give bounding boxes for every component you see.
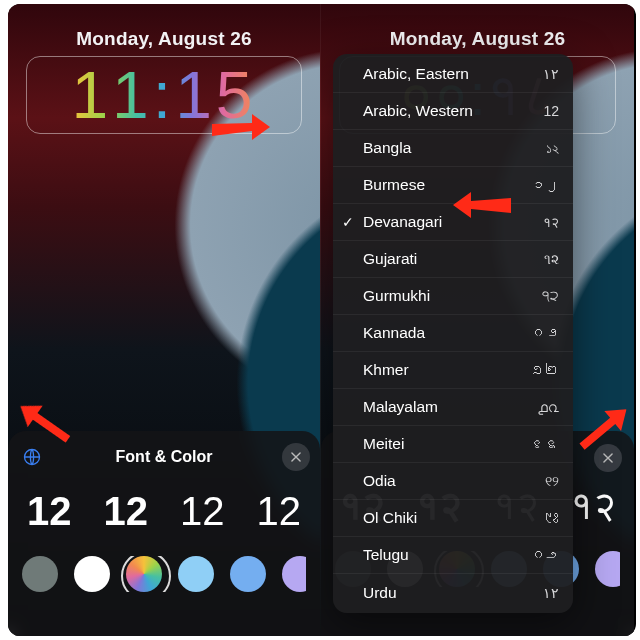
numeral-script-menu[interactable]: Arabic, Eastern١٢Arabic, Western12Bangla… (333, 54, 573, 613)
numeral-sample: ୧୨ (545, 473, 559, 490)
color-swatch[interactable] (595, 551, 620, 587)
numeral-sample: 12 (543, 103, 559, 119)
numeral-option[interactable]: Telugu౧౨ (333, 537, 573, 574)
numeral-sample: ١٢ (543, 66, 559, 82)
numeral-option[interactable]: Malayalam൧൨ (333, 389, 573, 426)
checkmark-icon: ✓ (342, 214, 354, 230)
numeral-option-label: Odia (363, 472, 396, 490)
numeral-option-label: Gujarati (363, 250, 417, 268)
font-style-row[interactable]: 12121212 (22, 489, 306, 534)
date-label[interactable]: Monday, August 26 (8, 28, 320, 50)
numeral-option[interactable]: Khmer១២ (333, 352, 573, 389)
numeral-option-label: Ol Chiki (363, 509, 417, 527)
close-icon[interactable] (594, 444, 622, 472)
color-swatch[interactable] (126, 556, 162, 592)
numeral-option[interactable]: Meitei꯱꯲ (333, 426, 573, 463)
color-swatch[interactable] (282, 556, 306, 592)
numeral-sample: ൧൨ (538, 399, 559, 416)
numeral-option-label: Khmer (363, 361, 409, 379)
numeral-option-label: Burmese (363, 176, 425, 194)
font-style-option[interactable]: 12 (252, 489, 307, 534)
font-color-sheet: Font & Color 12121212 (8, 431, 320, 636)
numeral-sample: ১২ (546, 140, 559, 157)
numeral-option-label: Gurmukhi (363, 287, 430, 305)
numeral-sample: ၁၂ (531, 177, 559, 193)
font-style-option[interactable]: १२ (565, 483, 620, 529)
globe-icon[interactable] (18, 443, 46, 471)
color-swatch[interactable] (22, 556, 58, 592)
numeral-sample: ౧౨ (532, 547, 559, 563)
numeral-option[interactable]: Gurmukhi੧੨ (333, 278, 573, 315)
font-style-option[interactable]: 12 (99, 489, 154, 534)
close-icon[interactable] (282, 443, 310, 471)
numeral-option-label: Telugu (363, 546, 409, 564)
font-style-option[interactable]: 12 (175, 489, 230, 534)
sheet-header: Font & Color (22, 441, 306, 473)
numeral-option-label: Meitei (363, 435, 404, 453)
screenshot-stage: Monday, August 26 11:15 Font & Color 121… (8, 4, 636, 636)
numeral-sample: ۱۲ (543, 585, 559, 601)
numeral-sample: १२ (543, 214, 559, 231)
lockscreen-editor-right: Monday, August 26 ००:१८ १२१२१२१२ Arabic,… (321, 4, 634, 636)
numeral-option[interactable]: Bangla১২ (333, 130, 573, 167)
numeral-option-label: Kannada (363, 324, 425, 342)
numeral-option[interactable]: Gujarati૧૨ (333, 241, 573, 278)
numeral-sample: ꯱꯲ (531, 436, 559, 452)
numeral-option-label: Urdu (363, 584, 397, 602)
numeral-sample: ᱑᱒ (545, 510, 559, 526)
clock-widget-frame[interactable]: 11:15 (26, 56, 302, 134)
numeral-sample: ១២ (531, 362, 559, 378)
date-label[interactable]: Monday, August 26 (321, 28, 634, 50)
numeral-option[interactable]: ✓Devanagari१२ (333, 204, 573, 241)
numeral-option[interactable]: Burmese၁၂ (333, 167, 573, 204)
numeral-option-label: Arabic, Western (363, 102, 473, 120)
numeral-option[interactable]: Arabic, Eastern١٢ (333, 56, 573, 93)
numeral-option[interactable]: Urdu۱۲ (333, 574, 573, 611)
numeral-sample: ૧૨ (544, 251, 559, 268)
font-style-option[interactable]: 12 (22, 489, 77, 534)
color-swatch-row[interactable] (22, 556, 306, 592)
numeral-option[interactable]: Arabic, Western12 (333, 93, 573, 130)
numeral-sample: ੧੨ (542, 288, 559, 305)
numeral-option-label: Malayalam (363, 398, 438, 416)
numeral-option[interactable]: Ol Chiki᱑᱒ (333, 500, 573, 537)
clock-time: 11:15 (71, 62, 256, 128)
color-swatch[interactable] (230, 556, 266, 592)
color-swatch[interactable] (74, 556, 110, 592)
numeral-option[interactable]: Kannada೧೨ (333, 315, 573, 352)
numeral-option[interactable]: Odia୧୨ (333, 463, 573, 500)
numeral-sample: ೧೨ (532, 325, 559, 341)
numeral-option-label: Bangla (363, 139, 411, 157)
color-swatch[interactable] (178, 556, 214, 592)
numeral-option-label: Devanagari (363, 213, 442, 231)
sheet-title: Font & Color (116, 448, 213, 466)
lockscreen-editor-left: Monday, August 26 11:15 Font & Color 121… (8, 4, 321, 636)
numeral-option-label: Arabic, Eastern (363, 65, 469, 83)
